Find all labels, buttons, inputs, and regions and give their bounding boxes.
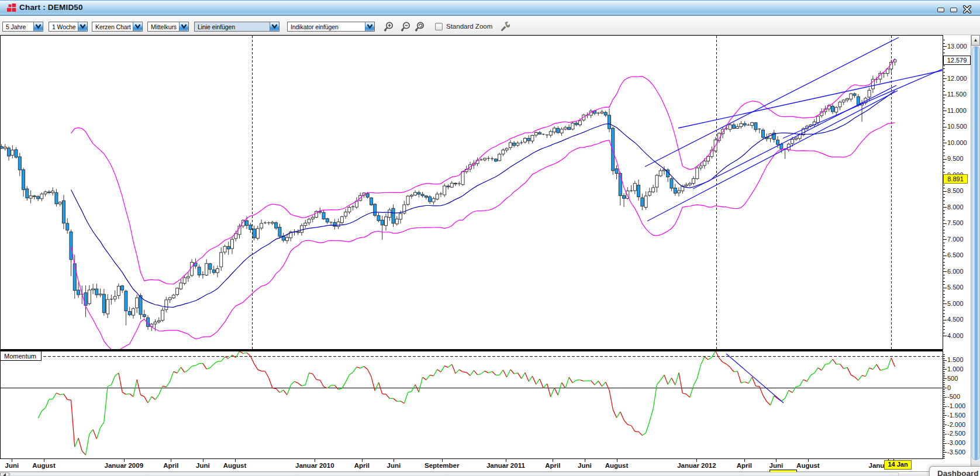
price-axis-label: 12.000 (947, 75, 967, 82)
toolbar: 5 Jahre 1 Woche Kerzen Chart Mittelkurs … (0, 16, 980, 35)
price-axis-label: 7.000 (947, 236, 964, 243)
month-label: Januar 2009 (105, 462, 144, 469)
price-axis-label: 5.500 (947, 284, 964, 291)
momentum-axis-label: -2.500 (947, 430, 965, 437)
horizontal-scroll-thumb[interactable] (10, 472, 899, 476)
price-marker-label: 8.891 (943, 174, 968, 184)
price-axis-label: 6.000 (947, 268, 964, 275)
scroll-left-arrow-icon[interactable] (0, 472, 9, 476)
bollinger-lower-band (71, 123, 895, 351)
close-icon[interactable] (963, 5, 971, 13)
dropdown-insert-line[interactable]: Linie einfügen (194, 22, 279, 32)
zoom-reset-icon[interactable] (414, 21, 425, 32)
price-axis-label: 5.000 (947, 300, 964, 307)
last-date-label: 14 Jan (884, 460, 912, 470)
momentum-axis-label: 1.000 (947, 365, 964, 372)
price-axis-label: 8.500 (947, 187, 964, 194)
app-grid-icon (7, 4, 16, 12)
price-axis-label: 4.000 (947, 332, 964, 339)
month-label: August (223, 462, 247, 469)
month-label: August (605, 462, 629, 469)
momentum-axis-label: 500 (947, 375, 958, 382)
scroll-up-arrow-icon[interactable]: ▲ (971, 35, 980, 46)
zoom-in-icon[interactable] (383, 21, 394, 32)
month-label: April (163, 462, 178, 469)
chevron-down-icon[interactable] (270, 22, 279, 31)
chevron-down-icon[interactable] (365, 22, 374, 31)
month-label: August (796, 462, 820, 469)
momentum-axis-label: -1.500 (947, 412, 965, 419)
chevron-down-icon[interactable] (78, 22, 87, 31)
month-label: Juni (5, 462, 19, 469)
momentum-axis-label: 0 (947, 384, 951, 391)
price-panel-graphics (0, 36, 943, 351)
momentum-panel-label: Momentum (0, 351, 42, 361)
chevron-down-icon[interactable] (179, 22, 188, 31)
momentum-axis-label: 1.500 (947, 356, 964, 363)
price-axis-label: 7.500 (947, 219, 964, 226)
dropdown-price-type[interactable]: Mittelkurs (147, 22, 189, 32)
dashboard-popup[interactable]: Dashboard (929, 466, 980, 476)
zoom-out-icon[interactable] (400, 21, 411, 32)
momentum-axis-label: -500 (947, 393, 960, 400)
price-axis-label: 4.500 (947, 316, 964, 323)
month-label: Juni (196, 462, 210, 469)
price-axis-label: 10.000 (947, 139, 967, 146)
price-axis-label: 10.500 (947, 123, 967, 130)
dropdown-chart-type[interactable]: Kerzen Chart (92, 22, 143, 32)
dropdown-interval[interactable]: 1 Woche (49, 22, 88, 32)
month-label: Januar 2011 (486, 462, 525, 469)
momentum-axis-label: -3.500 (947, 449, 965, 456)
chevron-down-icon[interactable] (33, 22, 43, 31)
price-axis-label: 11.000 (947, 107, 967, 114)
month-label: September (425, 462, 459, 469)
minimize-icon[interactable] (937, 8, 944, 12)
horizontal-scrollbar[interactable] (0, 471, 980, 476)
price-axis-label: 6.500 (947, 251, 964, 258)
momentum-axis-label: -2.000 (947, 421, 965, 428)
window-title: Chart : DEMID50 (19, 3, 83, 12)
standard-zoom-label: Standard Zoom (446, 23, 492, 30)
price-axis-label: 8.000 (947, 203, 964, 211)
month-label: Juni (387, 462, 401, 469)
current-price-label: 12.579 (943, 56, 971, 65)
month-label: Januar 2012 (677, 462, 716, 469)
chevron-down-icon[interactable] (133, 22, 142, 31)
scroll-position-marker (769, 470, 797, 472)
month-label: April (354, 462, 370, 469)
momentum-axis-label: -3.000 (947, 439, 965, 446)
candlestick-chart (0, 35, 980, 476)
month-label: Juni (578, 462, 592, 469)
chart-area[interactable] (0, 35, 980, 476)
price-axis-label: 13.000 (947, 43, 967, 50)
month-label: Januar 2010 (295, 462, 334, 469)
vertical-scrollbar[interactable]: ▲ (971, 35, 980, 471)
momentum-axis-label: -1.000 (947, 402, 965, 409)
month-label: April (545, 462, 560, 469)
month-label: Juni (769, 462, 784, 469)
price-axis-label: 11.500 (947, 91, 967, 98)
month-label: April (737, 462, 752, 469)
vertical-scroll-thumb[interactable] (972, 46, 980, 460)
price-axis-label: 9.500 (947, 155, 964, 162)
settings-wrench-icon[interactable] (499, 20, 510, 32)
bollinger-upper-band (71, 59, 895, 284)
momentum-panel-graphics (1, 351, 943, 455)
dropdown-period[interactable]: 5 Jahre (2, 22, 43, 32)
title-bar[interactable]: Chart : DEMID50 (0, 0, 980, 16)
dropdown-insert-indicator[interactable]: Indikator einfügen (287, 22, 375, 32)
dashboard-label: Dashboard (937, 469, 979, 476)
standard-zoom-checkbox[interactable] (435, 23, 443, 30)
restore-icon[interactable] (950, 8, 957, 12)
month-label: August (32, 462, 56, 469)
bollinger-middle-line (71, 91, 895, 307)
